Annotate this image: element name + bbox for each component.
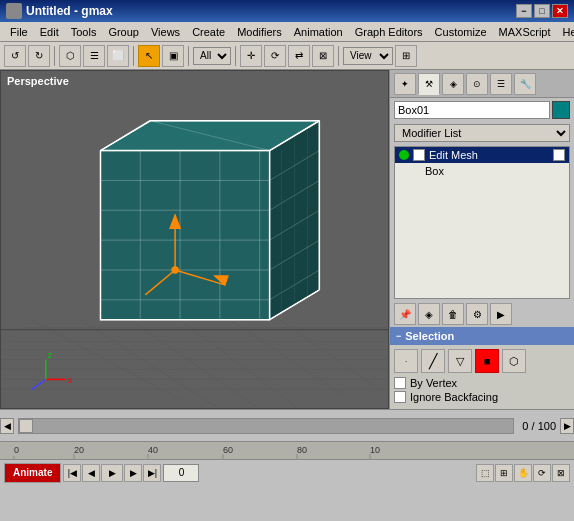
tab-hierarchy[interactable]: ◈ [442, 73, 464, 95]
selection-section-title: Selection [405, 330, 454, 342]
view-select[interactable]: View [343, 47, 393, 65]
menu-edit[interactable]: Edit [34, 24, 65, 40]
modifier-stack: ✓ Edit Mesh Box [394, 146, 570, 299]
main-toolbar: ↺ ↻ ⬡ ☰ ⬜ ↖ ▣ All ✛ ⟳ ⇄ ⊠ View ⊞ [0, 42, 574, 70]
pan-button[interactable]: ✋ [514, 464, 532, 482]
tab-utilities[interactable]: 🔧 [514, 73, 536, 95]
tab-motion[interactable]: ⊙ [466, 73, 488, 95]
svg-marker-15 [100, 151, 269, 320]
animate-button[interactable]: Animate [4, 463, 61, 483]
timeline-counter: 0 / 100 [518, 420, 560, 432]
play-button[interactable]: ▶ [101, 464, 123, 482]
prev-frame-button[interactable]: ◀ [82, 464, 100, 482]
stack-buttons: 📌 ◈ 🗑 ⚙ ▶ [390, 301, 574, 327]
toolbar-separator-2 [133, 46, 134, 66]
undo-button[interactable]: ↺ [4, 45, 26, 67]
tab-create[interactable]: ✦ [394, 73, 416, 95]
title-bar: Untitled - gmax − □ ✕ [0, 0, 574, 22]
menu-group[interactable]: Group [102, 24, 145, 40]
selection-type-buttons: · ╱ ▽ ■ ⬡ [394, 349, 570, 373]
frame-input[interactable] [163, 464, 199, 482]
ignore-backfacing-checkbox[interactable] [394, 391, 406, 403]
stack-label-editmesh: Edit Mesh [429, 149, 478, 161]
select-tool-button[interactable]: ↖ [138, 45, 160, 67]
menu-modifiers[interactable]: Modifiers [231, 24, 288, 40]
select-by-name-button[interactable]: ☰ [83, 45, 105, 67]
playback-controls: |◀ ◀ ▶ ▶ ▶| [63, 464, 161, 482]
menu-customize[interactable]: Customize [429, 24, 493, 40]
modifier-list-select[interactable]: Modifier List [394, 124, 570, 142]
rotate-button[interactable]: ⟳ [264, 45, 286, 67]
stack-label-box: Box [425, 165, 444, 177]
tab-display[interactable]: ☰ [490, 73, 512, 95]
ignore-backfacing-row: Ignore Backfacing [394, 391, 570, 403]
sel-btn-polygon[interactable]: ■ [475, 349, 499, 373]
menu-create[interactable]: Create [186, 24, 231, 40]
timeline-area: ◀ 0 / 100 ▶ [0, 409, 574, 441]
configure-button[interactable]: ⚙ [466, 303, 488, 325]
prev-key-button[interactable]: |◀ [63, 464, 81, 482]
stack-item-editmesh[interactable]: ✓ Edit Mesh [395, 147, 569, 163]
select-region-button[interactable]: ⬜ [107, 45, 129, 67]
timeline-right-arrow[interactable]: ▶ [560, 418, 574, 434]
sel-btn-edge[interactable]: ╱ [421, 349, 445, 373]
timeline-left-arrow[interactable]: ◀ [0, 418, 14, 434]
stack-color-editmesh [553, 149, 565, 161]
minimize-button[interactable]: − [516, 4, 532, 18]
make-unique-button[interactable]: ◈ [418, 303, 440, 325]
stack-check-editmesh[interactable]: ✓ [413, 149, 425, 161]
by-vertex-label: By Vertex [410, 377, 457, 389]
scale-button[interactable]: ⊠ [312, 45, 334, 67]
minimize-viewport-button[interactable]: ⊠ [552, 464, 570, 482]
toolbar-separator-3 [188, 46, 189, 66]
toolbar-separator-1 [54, 46, 55, 66]
menu-animation[interactable]: Animation [288, 24, 349, 40]
menu-file[interactable]: File [4, 24, 34, 40]
tab-modify[interactable]: ⚒ [418, 73, 440, 95]
menu-maxscript[interactable]: MAXScript [493, 24, 557, 40]
extra-button[interactable]: ⊞ [395, 45, 417, 67]
next-key-button[interactable]: ▶| [143, 464, 161, 482]
maximize-button[interactable]: □ [534, 4, 550, 18]
menu-tools[interactable]: Tools [65, 24, 103, 40]
window-controls: − □ ✕ [516, 4, 568, 18]
redo-button[interactable]: ↻ [28, 45, 50, 67]
by-vertex-checkbox[interactable] [394, 377, 406, 389]
menu-help[interactable]: Help [557, 24, 574, 40]
section-toggle-icon[interactable]: − [396, 331, 401, 341]
bottom-bar: Animate |◀ ◀ ▶ ▶ ▶| ⬚ ⊞ ✋ ⟳ ⊠ [0, 459, 574, 485]
timeline-thumb[interactable] [19, 419, 33, 433]
viewport-nav-controls: ⬚ ⊞ ✋ ⟳ ⊠ [476, 464, 570, 482]
selection-section-header[interactable]: − Selection [390, 327, 574, 345]
stack-item-box[interactable]: Box [395, 163, 569, 179]
arc-rotate-button[interactable]: ⟳ [533, 464, 551, 482]
zoom-all-button[interactable]: ⊞ [495, 464, 513, 482]
sel-btn-face[interactable]: ▽ [448, 349, 472, 373]
zoom-extents-button[interactable]: ⬚ [476, 464, 494, 482]
object-color-swatch[interactable] [552, 101, 570, 119]
menu-graph-editors[interactable]: Graph Editors [349, 24, 429, 40]
main-area: Perspective [0, 70, 574, 409]
select-region-rect-button[interactable]: ▣ [162, 45, 184, 67]
pin-stack-button[interactable]: 📌 [394, 303, 416, 325]
sel-btn-vertex[interactable]: · [394, 349, 418, 373]
menu-views[interactable]: Views [145, 24, 186, 40]
svg-line-5 [81, 320, 220, 409]
next-frame-button[interactable]: ▶ [124, 464, 142, 482]
ignore-backfacing-label: Ignore Backfacing [410, 391, 498, 403]
sel-btn-element[interactable]: ⬡ [502, 349, 526, 373]
by-vertex-row: By Vertex [394, 377, 570, 389]
menu-bar: File Edit Tools Group Views Create Modif… [0, 22, 574, 42]
stack-nav-button[interactable]: ▶ [490, 303, 512, 325]
mirror-button[interactable]: ⇄ [288, 45, 310, 67]
move-button[interactable]: ✛ [240, 45, 262, 67]
viewport-perspective[interactable]: Perspective [0, 70, 389, 409]
remove-modifier-button[interactable]: 🗑 [442, 303, 464, 325]
panel-tabs: ✦ ⚒ ◈ ⊙ ☰ 🔧 [390, 70, 574, 98]
timeline-track[interactable] [18, 418, 514, 434]
select-object-button[interactable]: ⬡ [59, 45, 81, 67]
close-button[interactable]: ✕ [552, 4, 568, 18]
toolbar-separator-4 [235, 46, 236, 66]
object-name-input[interactable] [394, 101, 550, 119]
filter-select[interactable]: All [193, 47, 231, 65]
